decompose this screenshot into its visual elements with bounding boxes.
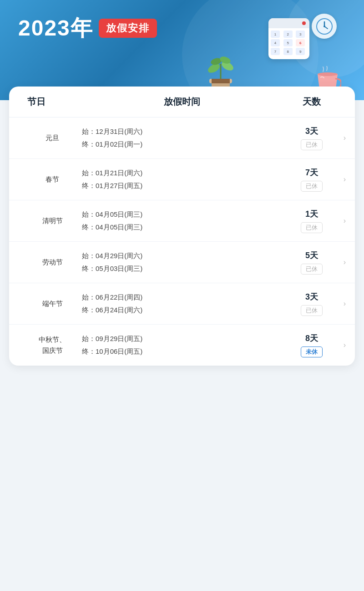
- chevron-right-icon: ›: [344, 134, 346, 142]
- svg-point-12: [318, 72, 338, 76]
- status-badge: 已休: [301, 264, 323, 275]
- table-row[interactable]: 清明节 始：04月05日(周三) 终：04月05日(周三) 1天 已休 ›: [9, 200, 355, 242]
- decorations: 1 2 3 4 5 6 7 8 9: [200, 5, 346, 96]
- col-days: 天数: [282, 96, 341, 108]
- holiday-days-count: 8天: [305, 333, 318, 344]
- holiday-dates: 始：06月22日(周四) 终：06月24日(周六): [82, 292, 282, 316]
- table-row[interactable]: 春节 始：01月21日(周六) 终：01月27日(周五) 7天 已休 ›: [9, 159, 355, 200]
- chevron-right-icon: ›: [344, 258, 346, 266]
- status-badge: 已休: [301, 305, 323, 316]
- holiday-end: 终：05月03日(周三): [82, 263, 282, 274]
- table-row[interactable]: 劳动节 始：04月29日(周六) 终：05月03日(周三) 5天 已休 ›: [9, 242, 355, 283]
- svg-rect-6: [212, 79, 230, 83]
- holiday-start: 始：04月29日(周六): [82, 250, 282, 261]
- chevron-right-icon: ›: [344, 217, 346, 225]
- holiday-end: 终：01月02日(周一): [82, 139, 282, 150]
- holiday-days-block: 1天 已休 ›: [282, 209, 341, 233]
- holiday-end: 终：01月27日(周五): [82, 180, 282, 191]
- holiday-name: 元旦: [23, 132, 82, 143]
- holiday-name: 端午节: [23, 298, 82, 309]
- svg-point-3: [324, 25, 325, 27]
- col-holiday: 节日: [23, 96, 82, 108]
- holiday-days-block: 3天 已休 ›: [282, 126, 341, 150]
- col-time: 放假时间: [82, 96, 282, 108]
- holiday-name: 劳动节: [23, 257, 82, 268]
- table-row[interactable]: 元旦 始：12月31日(周六) 终：01月02日(周一) 3天 已休 ›: [9, 117, 355, 159]
- holiday-days-block: 8天 未休 ›: [282, 333, 341, 357]
- calendar-icon: 1 2 3 4 5 6 7 8 9: [268, 18, 309, 59]
- holiday-name: 春节: [23, 174, 82, 185]
- chevron-right-icon: ›: [344, 175, 346, 183]
- holiday-start: 始：09月29日(周五): [82, 333, 282, 344]
- holiday-days-block: 3天 已休 ›: [282, 291, 341, 316]
- status-badge: 已休: [301, 139, 323, 150]
- holiday-days-count: 1天: [305, 209, 318, 219]
- holiday-end: 终：10月06日(周五): [82, 346, 282, 357]
- status-badge: 已休: [301, 181, 323, 192]
- holiday-days-count: 3天: [305, 291, 318, 302]
- table-row[interactable]: 端午节 始：06月22日(周四) 终：06月24日(周六) 3天 已休 ›: [9, 283, 355, 325]
- clock-icon: [312, 14, 337, 39]
- header-badge: 放假安排: [99, 19, 157, 38]
- holiday-days-count: 3天: [305, 126, 318, 137]
- holiday-dates: 始：09月29日(周五) 终：10月06日(周五): [82, 333, 282, 357]
- header: 2023年 放假安排 1 2 3 4 5 6 7: [0, 0, 364, 100]
- holiday-start: 始：06月22日(周四): [82, 292, 282, 303]
- table-row[interactable]: 中秋节、国庆节 始：09月29日(周五) 终：10月06日(周五) 8天 未休 …: [9, 325, 355, 366]
- holiday-start: 始：04月05日(周三): [82, 209, 282, 220]
- holiday-dates: 始：12月31日(周六) 终：01月02日(周一): [82, 126, 282, 150]
- chevron-right-icon: ›: [344, 341, 346, 349]
- rows-container: 元旦 始：12月31日(周六) 终：01月02日(周一) 3天 已休 › 春节 …: [9, 117, 355, 366]
- holiday-start: 始：01月21日(周六): [82, 168, 282, 178]
- status-badge: 未休: [301, 346, 323, 357]
- holiday-days-block: 7天 已休 ›: [282, 167, 341, 192]
- holiday-end: 终：06月24日(周六): [82, 305, 282, 316]
- holiday-days-count: 7天: [305, 167, 318, 178]
- holiday-days-block: 5天 已休 ›: [282, 250, 341, 275]
- holiday-name: 清明节: [23, 215, 82, 226]
- holiday-name: 中秋节、国庆节: [23, 334, 82, 356]
- holiday-days-count: 5天: [305, 250, 318, 261]
- holiday-dates: 始：04月29日(周六) 终：05月03日(周三): [82, 250, 282, 274]
- holiday-start: 始：12月31日(周六): [82, 126, 282, 137]
- chevron-right-icon: ›: [344, 300, 346, 308]
- main-card: 节日 放假时间 天数 元旦 始：12月31日(周六) 终：01月02日(周一) …: [9, 87, 355, 366]
- holiday-dates: 始：04月05日(周三) 终：04月05日(周三): [82, 209, 282, 233]
- status-badge: 已休: [301, 222, 323, 233]
- holiday-end: 终：04月05日(周三): [82, 222, 282, 233]
- holiday-dates: 始：01月21日(周六) 终：01月27日(周五): [82, 168, 282, 191]
- header-year: 2023年: [18, 14, 93, 43]
- table-header: 节日 放假时间 天数: [9, 87, 355, 117]
